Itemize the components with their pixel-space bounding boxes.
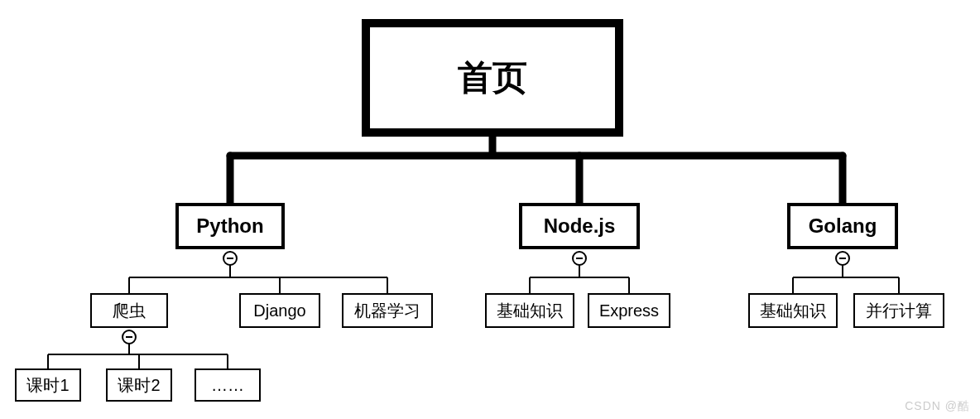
node-lesson2: 课时2	[106, 368, 172, 402]
node-ml-label: 机器学习	[354, 300, 420, 322]
node-crawler: 爬虫	[90, 293, 168, 328]
node-node-basics: 基础知识	[485, 293, 574, 328]
collapse-icon[interactable]	[122, 330, 137, 344]
node-ellipsis-label: ……	[211, 376, 244, 395]
node-parallel-label: 并行计算	[866, 300, 932, 322]
watermark: CSDN @酷	[905, 399, 970, 414]
node-nodejs-label: Node.js	[544, 214, 616, 238]
node-root-label: 首页	[458, 55, 527, 101]
node-python: Python	[175, 203, 285, 249]
node-python-label: Python	[196, 214, 263, 238]
node-go-basics-label: 基础知识	[760, 300, 826, 322]
node-go-basics: 基础知识	[748, 293, 838, 328]
node-parallel: 并行计算	[853, 293, 944, 328]
node-express: Express	[588, 293, 670, 328]
node-ellipsis: ……	[195, 368, 261, 402]
node-ml: 机器学习	[342, 293, 433, 328]
collapse-icon[interactable]	[223, 251, 238, 266]
node-express-label: Express	[599, 301, 659, 320]
node-django-label: Django	[253, 301, 305, 320]
node-crawler-label: 爬虫	[113, 300, 146, 322]
collapse-icon[interactable]	[835, 251, 850, 266]
node-golang-label: Golang	[809, 214, 877, 238]
node-root: 首页	[362, 19, 623, 137]
node-lesson1: 课时1	[15, 368, 81, 402]
node-nodejs: Node.js	[519, 203, 640, 249]
node-lesson2-label: 课时2	[118, 374, 160, 397]
node-node-basics-label: 基础知识	[497, 300, 563, 322]
node-django: Django	[239, 293, 320, 328]
node-golang: Golang	[787, 203, 898, 249]
collapse-icon[interactable]	[572, 251, 587, 266]
node-lesson1-label: 课时1	[26, 374, 69, 397]
